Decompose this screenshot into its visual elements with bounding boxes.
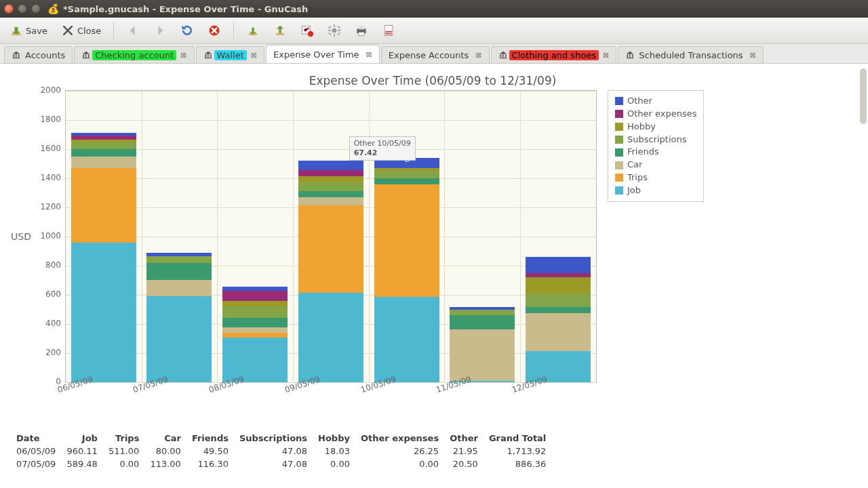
- svg-rect-16: [359, 26, 364, 29]
- window-maximize-button[interactable]: [31, 4, 41, 14]
- bar-11-05-09[interactable]: [450, 307, 515, 382]
- import-button[interactable]: [242, 22, 264, 39]
- svg-rect-0: [12, 33, 20, 35]
- tab-checking-account[interactable]: Checking account⊠: [74, 46, 194, 63]
- chart-legend: OtherOther expensesHobbySubscriptionsFri…: [608, 90, 705, 202]
- toolbar-separator: [113, 22, 114, 39]
- legend-item-trips[interactable]: Trips: [615, 171, 697, 184]
- tab-label: Checking account: [92, 50, 176, 60]
- tab-scheduled-transactions[interactable]: Scheduled Transactions⊠: [618, 46, 763, 63]
- gridline-v: [293, 91, 294, 382]
- bar-07-05-09[interactable]: [146, 253, 212, 382]
- table-cell: 589.48: [61, 458, 103, 470]
- tab-close-icon[interactable]: ⊠: [180, 51, 186, 60]
- bar-segment-subscriptions: [450, 310, 515, 316]
- bar-segment-friends: [146, 263, 212, 280]
- legend-item-other[interactable]: Other: [615, 95, 697, 108]
- print-button[interactable]: [351, 22, 372, 39]
- tab-close-icon[interactable]: ⊠: [603, 51, 609, 60]
- back-button[interactable]: [122, 22, 144, 39]
- table-cell: 511.00: [103, 445, 145, 458]
- close-icon: [61, 24, 75, 37]
- chart-title: Expense Over Time (06/05/09 to 12/31/09): [11, 74, 854, 87]
- tab-close-icon[interactable]: ⊠: [750, 51, 756, 60]
- bar-12-05-09[interactable]: [526, 257, 591, 382]
- bar-segment-job: [71, 243, 136, 382]
- scrollbar-thumb[interactable]: [860, 68, 867, 124]
- table-cell: 113.00: [144, 458, 186, 470]
- export-pdf-button[interactable]: PDF: [378, 22, 399, 39]
- legend-label: Trips: [627, 171, 648, 184]
- table-header: Job: [61, 432, 103, 445]
- tab-clothing-and-shoes[interactable]: Clothing and shoes⊠: [491, 46, 617, 63]
- table-header: Subscriptions: [234, 432, 313, 445]
- chart-plot-area[interactable]: Other 10/05/0967.42: [65, 90, 597, 383]
- data-table: DateJobTripsCarFriendsSubscriptionsHobby…: [11, 432, 854, 470]
- forward-icon: [153, 24, 167, 37]
- legend-item-subscriptions[interactable]: Subscriptions: [615, 134, 697, 146]
- table-cell: 0.00: [103, 458, 145, 470]
- tab-wallet[interactable]: Wallet⊠: [196, 46, 265, 63]
- bar-segment-hobby: [298, 176, 363, 183]
- legend-item-other-expenses[interactable]: Other expenses: [615, 108, 697, 121]
- bar-segment-subscriptions: [146, 256, 212, 263]
- tab-expense-over-time[interactable]: Expense Over Time⊠: [266, 45, 380, 63]
- legend-swatch: [615, 110, 623, 118]
- bar-segment-car: [146, 280, 212, 296]
- tab-close-icon[interactable]: ⊠: [251, 51, 257, 60]
- tab-expense-accounts[interactable]: Expense Accounts⊠: [381, 46, 490, 63]
- bar-09-05-09[interactable]: [298, 161, 363, 382]
- save-button[interactable]: Save: [5, 22, 52, 39]
- stop-button[interactable]: [203, 22, 225, 39]
- settings-button[interactable]: [323, 22, 345, 39]
- svg-rect-13: [328, 33, 332, 36]
- gridline-h: [66, 149, 596, 150]
- legend-swatch: [615, 174, 623, 182]
- table-header: Car: [144, 432, 186, 445]
- export-button[interactable]: [269, 22, 291, 39]
- y-axis-label: USD: [11, 231, 31, 242]
- tab-close-icon[interactable]: ⊠: [475, 51, 481, 60]
- bar-segment-hobby: [222, 301, 288, 308]
- tooltip-line2: 67.42: [354, 148, 378, 157]
- forward-button[interactable]: [149, 22, 171, 39]
- legend-item-car[interactable]: Car: [615, 159, 697, 171]
- legend-item-hobby[interactable]: Hobby: [615, 121, 697, 134]
- reload-button[interactable]: [176, 22, 198, 39]
- legend-item-job[interactable]: Job: [615, 184, 697, 197]
- y-tick: 800: [45, 260, 61, 270]
- close-button[interactable]: Close: [57, 22, 105, 39]
- app-icon: 💰: [47, 3, 59, 14]
- y-tick: 1200: [40, 202, 61, 211]
- table-row: 06/05/09960.11511.0080.0049.5047.0818.03…: [11, 445, 551, 458]
- gridline-v: [520, 91, 521, 382]
- table-cell: 47.08: [234, 445, 313, 458]
- bar-segment-car: [71, 157, 136, 168]
- tab-close-icon[interactable]: ⊠: [366, 50, 372, 59]
- table-cell: 26.25: [355, 445, 444, 458]
- window-close-button[interactable]: [4, 4, 14, 14]
- svg-rect-11: [328, 26, 332, 29]
- table-header: Other: [444, 432, 484, 445]
- legend-item-friends[interactable]: Friends: [615, 146, 697, 159]
- gridline-v: [217, 91, 218, 382]
- bar-segment-other-expenses: [298, 170, 363, 176]
- bar-10-05-09[interactable]: [374, 158, 439, 382]
- svg-text:PDF: PDF: [387, 31, 393, 35]
- table-header: Grand Total: [484, 432, 551, 445]
- bar-06-05-09[interactable]: [71, 133, 136, 382]
- options-button[interactable]: [296, 22, 318, 39]
- tab-accounts[interactable]: Accounts: [4, 46, 73, 63]
- svg-rect-14: [338, 26, 341, 29]
- bar-segment-job: [374, 297, 439, 382]
- table-header: Other expenses: [355, 432, 444, 445]
- main-toolbar: Save Close PDF: [0, 18, 868, 44]
- tab-label: Expense Over Time: [273, 49, 359, 60]
- y-tick: 400: [45, 319, 61, 328]
- table-row: 07/05/09589.480.00113.00116.3047.080.000…: [11, 458, 551, 470]
- bar-segment-car: [450, 329, 515, 381]
- window-minimize-button[interactable]: [18, 4, 27, 14]
- legend-label: Car: [627, 159, 642, 171]
- printer-icon: [355, 24, 368, 37]
- bar-08-05-09[interactable]: [222, 287, 288, 382]
